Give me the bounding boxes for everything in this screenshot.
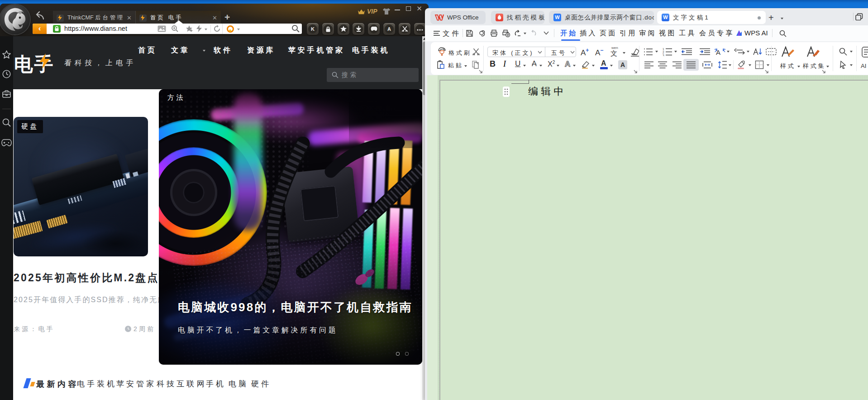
svg-text:1: 1 [663,48,664,51]
svg-text:3: 3 [663,54,664,57]
